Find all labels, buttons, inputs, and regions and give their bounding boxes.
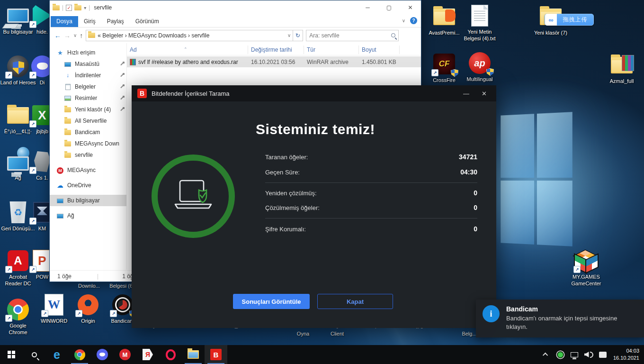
folder-icon	[88, 33, 95, 38]
sidebar-item-pictures[interactable]: Resimler	[50, 92, 126, 104]
tray-ime[interactable]	[596, 345, 610, 364]
hidden-icon-label-downloads[interactable]: Downlo...	[72, 283, 106, 289]
desktop-icon-origin[interactable]: Origin	[70, 293, 106, 325]
breadcrumb[interactable]: « Belgeler › MEGAsync Downloads › servfi…	[98, 32, 285, 39]
maximize-button[interactable]: ▢	[378, 0, 400, 14]
folder-icon[interactable]	[53, 5, 60, 10]
minimize-button[interactable]: ─	[357, 0, 378, 14]
file-row-selected[interactable]: svf lf #release by athero and exodus.rar…	[127, 56, 421, 67]
speaker-icon	[584, 352, 589, 357]
sidebar-item-onedrive[interactable]: ☁ OneDrive	[50, 180, 126, 191]
dialog-minimize-button[interactable]: —	[463, 90, 469, 97]
column-header-type[interactable]: Tür	[304, 46, 359, 54]
tray-expand-button[interactable]	[539, 345, 553, 364]
search-icon[interactable]	[391, 33, 395, 37]
tray-network[interactable]	[567, 345, 581, 364]
desktop-icon-azmal-full[interactable]: Azmal_full	[604, 53, 640, 85]
mega-icon: M	[119, 349, 131, 360]
column-header-name[interactable]: Ad ⌃	[127, 46, 248, 54]
monitor-icon	[64, 61, 72, 67]
column-header-date[interactable]: Değiştirme tarihi	[248, 46, 304, 54]
sidebar-item-megasync[interactable]: M MEGAsync	[50, 164, 126, 176]
tab-paylas[interactable]: Paylaş	[101, 16, 130, 27]
search-input[interactable]: Ara: servfile	[306, 30, 399, 41]
folder-icon	[64, 106, 72, 113]
taskbar-bitdefender[interactable]: B	[205, 345, 227, 364]
refresh-button[interactable]: ↻	[293, 30, 303, 41]
taskbar-opera-gx[interactable]	[159, 345, 182, 364]
sidebar-item-downloads[interactable]: ↓ İndirilenler	[50, 70, 126, 81]
quick-access-toolbar: | ✓ ▾ |	[53, 4, 90, 11]
new-folder-icon[interactable]	[74, 5, 81, 10]
bitdefender-icon: B	[210, 349, 222, 360]
origin-icon	[76, 293, 100, 317]
forward-button[interactable]: →	[64, 32, 71, 39]
qat-dropdown-icon[interactable]: ▾	[84, 5, 86, 10]
properties-check-icon[interactable]: ✓	[66, 5, 72, 11]
document-icon	[64, 83, 72, 90]
sidebar-item-desktop[interactable]: Masaüstü	[50, 58, 126, 70]
view-results-button[interactable]: Sonuçları Görüntüle	[233, 294, 310, 309]
file-name: svf lf #release by athero and exodus.rar	[138, 59, 238, 65]
drag-upload-tooltip[interactable]: ∞ 拖拽上传	[545, 14, 594, 26]
explorer-titlebar[interactable]: | ✓ ▾ | servfile ─ ▢ ✕	[50, 0, 421, 15]
taskbar-chrome[interactable]	[68, 345, 91, 364]
taskbar-clock[interactable]: 04:03 16.10.2021	[610, 347, 644, 362]
close-button[interactable]: ✕	[400, 0, 421, 14]
tab-dosya[interactable]: Dosya	[51, 16, 78, 27]
rubik-cube-icon	[574, 249, 599, 273]
dialog-title: Bitdefender İçeriksel Tarama	[152, 90, 458, 97]
desktop-icon-multilingual[interactable]: ap Multilingual	[462, 51, 498, 83]
desktop-icon-avast-folder[interactable]: AvastPremi...	[426, 5, 462, 36]
green-status-icon	[557, 351, 564, 358]
up-button[interactable]: ↑	[80, 32, 83, 39]
tab-giris[interactable]: Giriş	[78, 16, 101, 27]
yandex-icon: Я	[143, 349, 153, 360]
address-dropdown-icon[interactable]: ∨	[287, 33, 291, 38]
stat-password-protected: Şifre Korumalı:0	[265, 224, 477, 234]
taskbar-search-button[interactable]	[23, 345, 45, 364]
desktop-icon-new-text-file[interactable]: Yeni Metin Belgesi (4).txt	[462, 4, 498, 42]
pin-icon	[120, 84, 125, 89]
sidebar-item-quick-access[interactable]: ★ Hızlı erişim	[50, 47, 126, 58]
dialog-close-button[interactable]: ✕	[482, 90, 487, 97]
sidebar-item-all-serverfile[interactable]: All Serverfile	[50, 115, 126, 127]
taskbar-edge[interactable]: e	[45, 345, 68, 364]
desktop-icon-winword[interactable]: W WINWORD	[36, 293, 72, 325]
help-icon[interactable]: ?	[410, 17, 417, 24]
ribbon-expand-icon[interactable]: ∨	[402, 18, 405, 23]
tray-volume[interactable]	[581, 345, 596, 364]
sidebar-item-megasync-downloads[interactable]: MEGAsync Down	[50, 138, 126, 149]
sidebar-item-servfile[interactable]: servfile	[50, 149, 126, 161]
sidebar-item-new-folder-4[interactable]: Yeni klasör (4)	[50, 104, 126, 115]
star-icon: ★	[56, 49, 64, 56]
taskbar-file-explorer[interactable]	[182, 345, 205, 364]
hidden-icon-label-client[interactable]: Client	[321, 331, 354, 337]
cloud-upload-icon: ∞	[545, 14, 557, 26]
desktop-icon-crossfire[interactable]: CF CrossFire	[426, 52, 462, 84]
sidebar-item-documents[interactable]: Belgeler	[50, 81, 126, 92]
hidden-icon-label-oyna[interactable]: Oyna	[286, 331, 320, 337]
discord-icon	[97, 349, 108, 360]
desktop-icon-mygames[interactable]: MY.GAMES GameCenter	[568, 249, 604, 287]
back-button[interactable]: ←	[54, 32, 61, 39]
sidebar-item-network[interactable]: Ağ	[50, 210, 126, 221]
bandicam-notification[interactable]: i Bandicam Bandicam'ı onarmak için tepsi…	[476, 300, 644, 337]
dialog-titlebar[interactable]: B Bitdefender İçeriksel Tarama — ✕	[132, 85, 496, 101]
tray-bitdefender-status[interactable]	[553, 345, 567, 364]
close-dialog-button[interactable]: Kapat	[317, 294, 393, 309]
desktop-icon-chrome[interactable]: Google Chrome	[0, 298, 36, 336]
file-size: 1.450.801 KB	[359, 59, 400, 65]
sidebar-item-this-pc[interactable]: Bu bilgisayar	[50, 195, 126, 206]
tab-gorunum[interactable]: Görünüm	[130, 16, 165, 27]
address-bar-row: ← → ∨ ↑ « Belgeler › MEGAsync Downloads …	[50, 27, 421, 43]
taskbar-mega[interactable]: M	[114, 345, 136, 364]
taskbar-discord[interactable]	[91, 345, 114, 364]
taskbar-yandex[interactable]: Я	[136, 345, 159, 364]
address-box[interactable]: « Belgeler › MEGAsync Downloads › servfi…	[86, 30, 293, 41]
sidebar-item-bandicam[interactable]: Bandicam	[50, 127, 126, 138]
history-dropdown-icon[interactable]: ∨	[73, 33, 77, 38]
start-button[interactable]	[0, 345, 23, 364]
column-header-size[interactable]: Boyut	[359, 46, 400, 54]
file-date: 16.10.2021 03:56	[248, 59, 304, 65]
